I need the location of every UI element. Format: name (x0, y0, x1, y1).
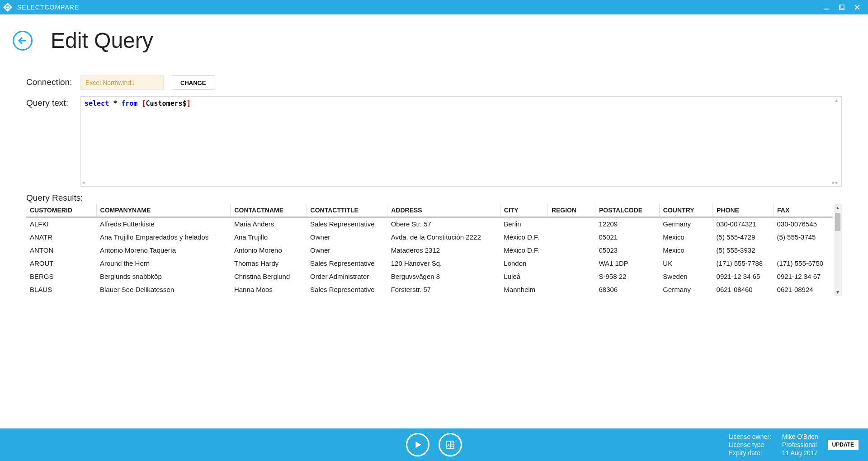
table-cell: 0921-12 34 67 (774, 270, 833, 283)
table-row[interactable]: BERGSBerglunds snabbköpChristina Berglun… (26, 270, 833, 283)
table-cell: Alfreds Futterkiste (96, 217, 231, 230)
table-cell: 0621-08924 (774, 283, 833, 296)
column-header[interactable]: COUNTRY (659, 204, 712, 217)
page-header: Edit Query (0, 14, 868, 57)
table-cell: WA1 1DP (595, 257, 659, 270)
column-header[interactable]: COMPANYNAME (96, 204, 231, 217)
table-cell: Mexico (659, 230, 712, 244)
column-header[interactable]: POSTALCODE (595, 204, 659, 217)
table-cell: Sales Representative (307, 283, 387, 296)
editor-hscroll[interactable]: ◀▶ (82, 180, 835, 185)
table-cell: (5) 555-3932 (713, 244, 774, 257)
table-cell: Around the Horn (96, 257, 231, 270)
table-cell: 0621-08460 (713, 283, 774, 296)
table-cell: Obere Str. 57 (387, 217, 500, 230)
expiry-date-value: 11 Aug 2017 (782, 449, 818, 456)
footer: X License owner: Mike O'Brien License ty… (0, 428, 868, 461)
svg-text:X: X (447, 443, 450, 447)
table-cell (547, 217, 595, 230)
table-cell: Forsterstr. 57 (387, 283, 500, 296)
change-button[interactable]: CHANGE (172, 75, 214, 90)
table-row[interactable]: BLAUSBlauer See DelikatessenHanna MoosSa… (26, 283, 833, 296)
table-cell: Mexico (659, 244, 712, 257)
table-cell: Owner (307, 244, 387, 257)
table-row[interactable]: AROUTAround the HornThomas HardySales Re… (26, 257, 833, 270)
table-cell (547, 257, 595, 270)
table-cell: 05023 (595, 244, 659, 257)
table-cell: (5) 555-4729 (713, 230, 774, 244)
table-cell: Thomas Hardy (231, 257, 307, 270)
table-cell: Sales Representative (307, 257, 387, 270)
table-cell: BLAUS (26, 283, 96, 296)
results-label: Query Results: (26, 193, 842, 203)
svg-rect-2 (6, 6, 9, 9)
license-type-label: License type (729, 441, 771, 448)
table-cell: Christina Berglund (231, 270, 307, 283)
sql-keyword: from (121, 99, 137, 108)
table-row[interactable]: ANATRAna Trujillo Emparedados y heladosA… (26, 230, 833, 244)
table-cell: 12209 (595, 217, 659, 230)
minimize-button[interactable] (823, 4, 830, 11)
run-button[interactable] (406, 433, 429, 456)
table-cell (547, 230, 595, 244)
app-logo-icon (2, 1, 14, 13)
table-cell: Germany (659, 217, 712, 230)
update-button[interactable]: UPDATE (827, 439, 859, 450)
table-cell: Germany (659, 283, 712, 296)
license-owner-label: License owner: (729, 433, 771, 440)
table-cell: Sweden (659, 270, 712, 283)
table-cell: (171) 555-7788 (713, 257, 774, 270)
connection-field[interactable]: Excel Northwind1 (80, 75, 164, 90)
table-cell: Antonio Moreno (231, 244, 307, 257)
table-cell: AROUT (26, 257, 96, 270)
export-excel-button[interactable]: X (439, 433, 462, 456)
column-header[interactable]: ADDRESS (387, 204, 500, 217)
column-header[interactable]: CITY (500, 204, 547, 217)
table-cell: ANATR (26, 230, 96, 244)
table-cell: Ana Trujillo (231, 230, 307, 244)
table-cell: 120 Hanover Sq. (387, 257, 500, 270)
table-cell: Berguvsvägen 8 (387, 270, 500, 283)
table-cell: (5) 555-3745 (774, 230, 833, 244)
maximize-button[interactable] (838, 4, 845, 11)
column-header[interactable]: FAX (774, 204, 833, 217)
query-editor[interactable]: select * from [Customers$] ▲▼ ◀▶ (80, 96, 842, 187)
query-text-label: Query text: (26, 96, 80, 108)
connection-value: Excel Northwind1 (85, 79, 135, 86)
table-cell: 030-0074321 (713, 217, 774, 230)
table-cell: 68306 (595, 283, 659, 296)
license-owner-value: Mike O'Brien (782, 433, 818, 440)
table-cell: Berlin (500, 217, 547, 230)
table-cell: London (500, 257, 547, 270)
back-button[interactable] (13, 31, 33, 51)
table-cell: UK (659, 257, 712, 270)
svg-marker-9 (415, 442, 421, 448)
column-header[interactable]: REGION (547, 204, 595, 217)
table-cell: Ana Trujillo Emparedados y helados (96, 230, 231, 244)
table-cell: Owner (307, 230, 387, 244)
table-row[interactable]: ANTONAntonio Moreno TaqueríaAntonio More… (26, 244, 833, 257)
table-cell (547, 244, 595, 257)
editor-vscroll[interactable]: ▲▼ (835, 98, 840, 185)
table-cell: ANTON (26, 244, 96, 257)
expiry-date-label: Expiry date: (729, 449, 771, 456)
table-cell: Luleå (500, 270, 547, 283)
table-cell: Antonio Moreno Taquería (96, 244, 231, 257)
column-header[interactable]: PHONE (713, 204, 774, 217)
table-cell: ALFKI (26, 217, 96, 230)
results-vscroll[interactable]: ▲ ▼ (834, 204, 842, 296)
table-cell: México D.F. (500, 244, 547, 257)
license-type-value: Professional (782, 441, 818, 448)
column-header[interactable]: CONTACTNAME (231, 204, 307, 217)
table-cell: Mannheim (500, 283, 547, 296)
table-row[interactable]: ALFKIAlfreds FutterkisteMaria AndersSale… (26, 217, 833, 230)
page-title: Edit Query (51, 28, 153, 53)
table-cell: Maria Anders (231, 217, 307, 230)
close-button[interactable] (854, 4, 861, 11)
table-cell: Berglunds snabbköp (96, 270, 231, 283)
titlebar: SELECTCOMPARE (0, 0, 868, 14)
table-cell: Blauer See Delikatessen (96, 283, 231, 296)
table-cell: BERGS (26, 270, 96, 283)
column-header[interactable]: CONTACTTITLE (307, 204, 387, 217)
column-header[interactable]: CUSTOMERID (26, 204, 96, 217)
